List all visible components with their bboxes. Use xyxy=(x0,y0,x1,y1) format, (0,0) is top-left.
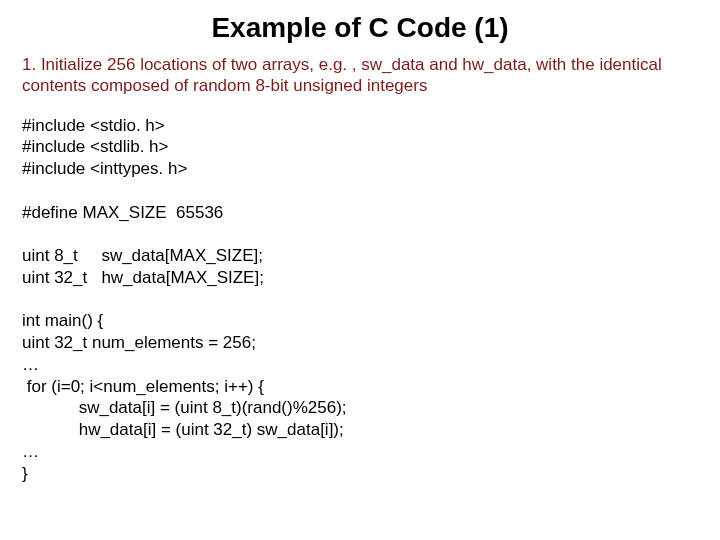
slide-description: 1. Initialize 256 locations of two array… xyxy=(22,54,698,97)
slide-title: Example of C Code (1) xyxy=(22,12,698,44)
slide: Example of C Code (1) 1. Initialize 256 … xyxy=(0,0,720,540)
code-block: #include <stdio. h> #include <stdlib. h>… xyxy=(22,115,698,485)
